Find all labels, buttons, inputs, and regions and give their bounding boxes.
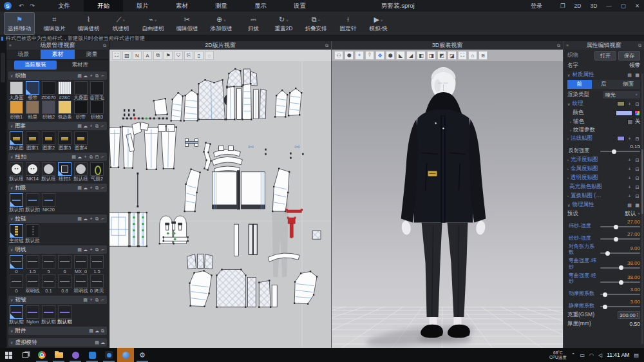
ribbon-button[interactable]: ⎓˅ 归拔	[240, 12, 266, 35]
delete-icon[interactable]: ⊟	[634, 157, 640, 164]
chevron-right-icon[interactable]: ›	[570, 128, 571, 132]
secondary-color-swatch[interactable]	[627, 119, 633, 125]
physics-slider[interactable]: 静摩擦系数 3.00	[564, 298, 644, 310]
pattern-2d-canvas[interactable]: 0=0 0=0	[109, 61, 331, 348]
delete-icon[interactable]: ⊟	[634, 193, 640, 200]
ribbon-button[interactable]: ⟋˅ 线缝纫	[108, 12, 133, 35]
scene-tab[interactable]: 素材	[41, 50, 75, 59]
redo-icon[interactable]: ↷	[27, 3, 39, 9]
float-panel-icon[interactable]: ⧉	[638, 43, 641, 48]
chevron-down-icon[interactable]: ∨	[567, 102, 570, 106]
material-item[interactable]: 默认褶	[57, 305, 73, 325]
material-item[interactable]: 图案3	[57, 131, 73, 151]
material-item[interactable]: 大身面	[73, 81, 89, 100]
network-icon[interactable]: ◠	[589, 352, 594, 358]
material-item[interactable]: 默认纽	[73, 162, 89, 182]
dropdown-caret-icon[interactable]: ˅	[286, 16, 289, 26]
material-item[interactable]: MX_0	[73, 255, 89, 274]
plus-icon[interactable]: +	[88, 215, 94, 222]
stepper-icon[interactable]: ▴▾	[637, 312, 638, 318]
chevron-right-icon[interactable]: ›	[567, 194, 569, 198]
material-item[interactable]: 默认扣	[24, 193, 41, 213]
maximize-button[interactable]: ▢	[616, 0, 630, 12]
slider-knob[interactable]	[612, 149, 616, 154]
physics-slider[interactable]: 经纱-强度 27.00	[564, 231, 644, 243]
cloud-icon[interactable]: ☁	[82, 215, 88, 222]
corner-icon[interactable]: ⌐	[100, 296, 106, 303]
add-icon[interactable]: +	[627, 157, 632, 164]
heel-icon[interactable]: ◩	[437, 51, 446, 60]
color-picker-icon[interactable]	[634, 110, 640, 116]
delete-icon[interactable]: ⊟	[634, 166, 640, 173]
cloud-icon[interactable]: ☁	[100, 339, 106, 346]
material-item[interactable]: ZD670	[41, 81, 57, 100]
menu-item[interactable]: 开始	[84, 0, 123, 12]
folder-icon[interactable]: ▤	[71, 153, 77, 160]
material-item[interactable]: 纽扣1	[57, 162, 73, 182]
material-item[interactable]: 图案1	[24, 131, 41, 151]
avatar-icon[interactable]: ⚇	[334, 51, 343, 60]
view-toggle-button[interactable]: 3D	[585, 0, 601, 12]
float-panel-icon[interactable]: ⧉	[325, 43, 328, 48]
dropdown-caret-icon[interactable]: ˅	[122, 16, 125, 26]
task-view-button[interactable]	[17, 348, 33, 362]
collapse-icon[interactable]: »	[566, 43, 569, 48]
material-item[interactable]: 图案2	[41, 131, 57, 151]
folder-icon[interactable]: ▤	[77, 246, 82, 253]
section-header[interactable]: ∨ 虚拟模特 ▤☁	[8, 338, 107, 347]
copy-icon[interactable]: ⧉	[100, 327, 106, 334]
material-item[interactable]: 默认纽	[8, 162, 24, 182]
arrange-icon[interactable]: ✥	[375, 51, 384, 60]
material-item[interactable]: NK20	[41, 193, 57, 213]
minimize-button[interactable]: —	[601, 0, 616, 12]
cloud-icon[interactable]: ☁	[94, 327, 100, 334]
copy-icon[interactable]: ⧉	[94, 184, 100, 191]
material-item[interactable]: 包边条	[57, 100, 73, 120]
volume-icon[interactable]: ◁	[598, 352, 602, 358]
taskbar-app-blue-icon[interactable]	[84, 348, 100, 362]
physics-slider[interactable]: 对角张力系数 9.00	[564, 243, 644, 257]
section-header[interactable]: ∨ 扣眼 ▤☁+⧉⌐	[8, 184, 107, 192]
chevron-down-icon[interactable]: ∨	[10, 216, 13, 221]
material-item[interactable]: 默认褶	[41, 305, 57, 325]
add-icon[interactable]: +	[627, 175, 632, 182]
hanger-icon[interactable]: ⌂	[468, 51, 477, 60]
cube-icon[interactable]: ⬢	[386, 51, 395, 60]
folder-icon[interactable]: ▤	[77, 72, 82, 79]
copy-icon[interactable]: ⧉	[94, 296, 100, 303]
plus-icon[interactable]: +	[88, 72, 94, 79]
corner-icon[interactable]: ⌐	[100, 72, 106, 79]
open-button[interactable]: 打开	[594, 51, 616, 61]
taskbar-explorer-icon[interactable]	[50, 348, 67, 362]
chevron-down-icon[interactable]: ∨	[10, 329, 13, 333]
pose-icon[interactable]: ⍢	[365, 51, 374, 60]
boot-icon[interactable]: ◧	[417, 51, 426, 60]
ribbon-button[interactable]: ⌗˅ 编辑版片	[39, 12, 69, 35]
color-swatch[interactable]	[616, 110, 632, 116]
material-item[interactable]: 默认扣	[8, 193, 24, 213]
preset-value[interactable]: 默认	[625, 210, 636, 218]
login-button[interactable]: 登录	[526, 0, 547, 12]
plus-icon[interactable]: +	[88, 296, 94, 303]
dropdown-caret-icon[interactable]: ˅	[318, 16, 321, 26]
fit-view-icon[interactable]: ⛶	[112, 51, 121, 60]
section-header[interactable]: ∨ 纽扣 ▤☁+⧉⊟⌐	[8, 153, 107, 161]
taskbar-app-dark-icon[interactable]	[100, 348, 117, 362]
collapse-icon[interactable]: «	[9, 43, 12, 48]
pattern-fill-icon[interactable]: ▧	[122, 51, 131, 60]
slider-knob[interactable]	[614, 237, 618, 242]
garment-3d-canvas[interactable]	[332, 61, 563, 348]
clipboard-icon[interactable]: ⎘	[184, 51, 193, 60]
ribbon-button[interactable]: ▶˅ 模拟-快	[365, 12, 391, 35]
menu-item[interactable]: 版片	[123, 0, 162, 12]
physics-slider[interactable]: 弯曲强度-纬纱 38.00	[564, 257, 644, 271]
corner-icon[interactable]: ⌐	[100, 215, 106, 222]
face-tab[interactable]: 侧面	[616, 80, 640, 89]
material-item[interactable]: 大身面	[8, 81, 24, 100]
slider-knob[interactable]	[619, 265, 623, 270]
menu-item[interactable]: 素材	[162, 0, 202, 12]
taskbar-settings-icon[interactable]: ⚙	[134, 348, 151, 362]
ribbon-button[interactable]: ⌁˅ 自由缝纫	[138, 12, 167, 35]
plus-icon[interactable]: +	[88, 246, 94, 253]
material-item[interactable]: 图案4	[73, 131, 89, 151]
